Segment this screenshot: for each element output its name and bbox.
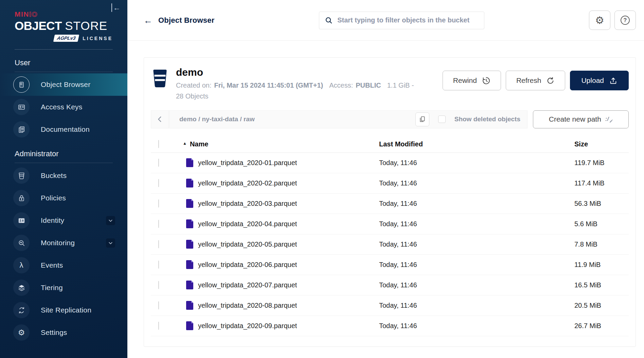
object-last-modified: Today, 11:46 — [379, 179, 574, 187]
table-row[interactable]: yellow_tripdata_2020-06.parquetToday, 11… — [151, 255, 629, 275]
access-value: PUBLIC — [356, 82, 381, 89]
collapse-left-icon: ← — [111, 3, 121, 12]
agpl-badge: AGPLv3 — [53, 35, 79, 42]
row-checkbox[interactable] — [158, 199, 159, 208]
row-checkbox[interactable] — [158, 220, 159, 228]
object-name-cell: yellow_tripdata_2020-09.parquet — [183, 321, 379, 330]
row-checkbox[interactable] — [158, 179, 159, 187]
upload-label: Upload — [581, 76, 604, 85]
sidebar-item-documentation[interactable]: Documentation — [0, 118, 127, 141]
events-icon: λ — [13, 257, 30, 273]
file-icon — [186, 321, 193, 330]
sidebar-item-object-browser[interactable]: Object Browser — [0, 73, 127, 96]
row-checkbox[interactable] — [158, 301, 159, 309]
column-header-name[interactable]: ▲ Name — [183, 140, 379, 148]
file-icon — [186, 240, 193, 249]
object-name-cell: yellow_tripdata_2020-07.parquet — [183, 281, 379, 289]
sidebar-item-tiering[interactable]: Tiering — [0, 276, 127, 299]
sidebar-collapse-button[interactable]: ← — [111, 4, 121, 12]
name-column-label: Name — [190, 140, 208, 148]
main-area: ← Object Browser ⚙ ? — [127, 0, 644, 358]
sidebar-item-site-replication[interactable]: Site Replication — [0, 299, 127, 321]
chevron-left-icon — [156, 115, 164, 123]
file-icon — [186, 179, 193, 187]
sidebar-item-buckets[interactable]: Buckets — [0, 164, 127, 187]
sidebar-item-label: Object Browser — [41, 80, 90, 89]
object-last-modified: Today, 11:46 — [379, 261, 574, 269]
object-size: 26.7 MiB — [574, 322, 629, 330]
copy-icon — [418, 115, 426, 123]
sidebar-item-access-keys[interactable]: Access Keys — [0, 96, 127, 118]
select-all-checkbox[interactable] — [158, 140, 159, 148]
sort-asc-icon: ▲ — [183, 141, 187, 146]
table-row[interactable]: yellow_tripdata_2020-07.parquetToday, 11… — [151, 275, 629, 296]
table-row[interactable]: yellow_tripdata_2020-05.parquetToday, 11… — [151, 234, 629, 255]
path-back-button[interactable] — [151, 111, 169, 128]
table-body: yellow_tripdata_2020-01.parquetToday, 11… — [151, 153, 629, 336]
sidebar-item-events[interactable]: λEvents — [0, 254, 127, 276]
table-row[interactable]: yellow_tripdata_2020-08.parquetToday, 11… — [151, 296, 629, 316]
object-size: 5.6 MiB — [574, 220, 629, 228]
search-box[interactable] — [319, 12, 484, 29]
help-button[interactable]: ? — [614, 11, 636, 30]
chevron-down-icon[interactable] — [106, 216, 115, 225]
sidebar-item-label: Monitoring — [41, 239, 75, 247]
breadcrumb: demo / ny-taxi-data / raw — [169, 115, 255, 123]
object-name-cell: yellow_tripdata_2020-04.parquet — [183, 219, 379, 228]
copy-path-button[interactable] — [415, 112, 429, 126]
search-input[interactable] — [337, 16, 479, 24]
object-name: yellow_tripdata_2020-06.parquet — [198, 261, 297, 269]
object-browser-icon — [13, 76, 30, 93]
create-new-path-button[interactable]: Create new path :/ — [533, 110, 629, 128]
object-store-wordmark: OBJECT STORE — [15, 19, 113, 33]
chevron-down-icon[interactable] — [106, 238, 115, 248]
row-checkbox[interactable] — [158, 240, 159, 248]
upload-button[interactable]: Upload — [570, 71, 629, 90]
documentation-icon — [13, 121, 30, 138]
object-size: 20.5 MiB — [574, 302, 629, 309]
bucket-name: demo — [176, 67, 417, 78]
refresh-label: Refresh — [516, 76, 541, 85]
file-icon — [186, 219, 193, 228]
bucket-icon — [153, 69, 167, 89]
table-row[interactable]: yellow_tripdata_2020-09.parquetToday, 11… — [151, 316, 629, 336]
back-arrow-icon[interactable]: ← — [144, 16, 153, 25]
object-name: yellow_tripdata_2020-01.parquet — [198, 159, 297, 167]
search-icon — [325, 16, 333, 24]
object-size: 11.9 MiB — [574, 261, 629, 269]
rewind-button[interactable]: Rewind — [443, 71, 501, 90]
site-replication-icon — [13, 302, 30, 318]
show-deleted-checkbox[interactable] — [438, 115, 446, 123]
refresh-icon — [546, 76, 555, 85]
row-checkbox[interactable] — [158, 159, 159, 167]
object-size: 117.4 MiB — [574, 179, 629, 187]
refresh-button[interactable]: Refresh — [506, 71, 566, 90]
help-icon: ? — [621, 16, 630, 25]
buckets-icon — [13, 167, 30, 184]
sidebar-item-identity[interactable]: Identity — [0, 209, 127, 232]
sidebar-item-policies[interactable]: Policies — [0, 187, 127, 209]
table-row[interactable]: yellow_tripdata_2020-04.parquetToday, 11… — [151, 214, 629, 234]
topbar: ← Object Browser ⚙ ? — [127, 0, 644, 41]
object-last-modified: Today, 11:46 — [379, 220, 574, 228]
sidebar-item-settings[interactable]: ⚙Settings — [0, 321, 127, 344]
minio-logo: MINIO OBJECT STORE AGPLv3 LICENSE — [0, 0, 127, 42]
sidebar-item-monitoring[interactable]: Monitoring — [0, 232, 127, 254]
create-new-path-label: Create new path — [549, 115, 601, 123]
row-checkbox[interactable] — [158, 281, 159, 289]
row-checkbox[interactable] — [158, 261, 159, 269]
table-row[interactable]: yellow_tripdata_2020-02.parquetToday, 11… — [151, 173, 629, 194]
row-checkbox[interactable] — [158, 322, 159, 330]
column-header-last-modified: Last Modified — [379, 140, 574, 148]
settings-icon: ⚙ — [13, 324, 30, 341]
license-label: LICENSE — [83, 36, 113, 41]
object-last-modified: Today, 11:46 — [379, 281, 574, 289]
identity-icon — [13, 212, 30, 229]
object-name: yellow_tripdata_2020-02.parquet — [198, 179, 297, 187]
file-icon — [186, 260, 193, 269]
table-row[interactable]: yellow_tripdata_2020-01.parquetToday, 11… — [151, 153, 629, 173]
table-row[interactable]: yellow_tripdata_2020-03.parquetToday, 11… — [151, 194, 629, 214]
object-name-cell: yellow_tripdata_2020-03.parquet — [183, 199, 379, 208]
gear-icon: ⚙ — [18, 329, 25, 337]
settings-button[interactable]: ⚙ — [589, 11, 610, 30]
